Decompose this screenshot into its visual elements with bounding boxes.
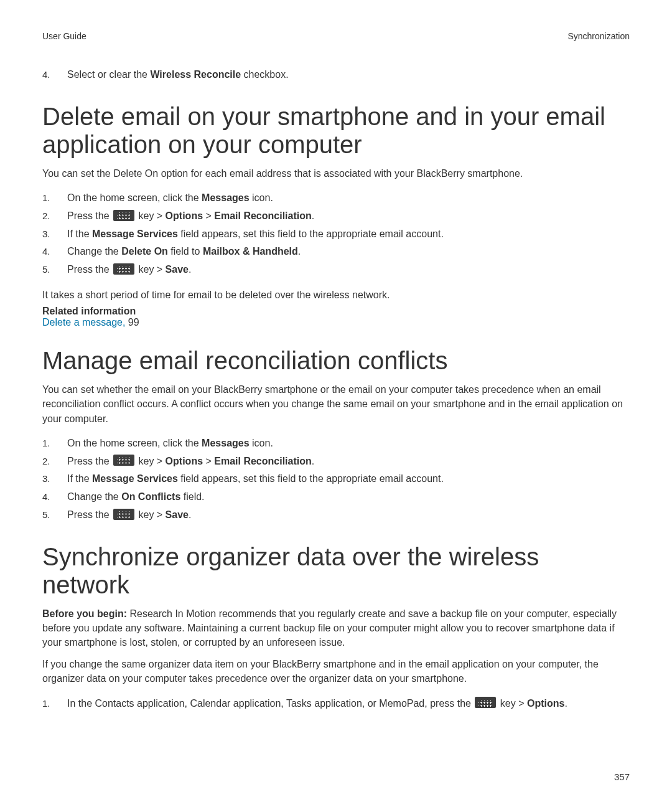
step-text: key > <box>136 456 166 466</box>
step-bold: Options <box>166 210 203 221</box>
related-information-heading: Related information <box>42 306 630 317</box>
step-text: . <box>189 264 191 275</box>
continued-steps: Select or clear the Wireless Reconcile c… <box>42 66 630 84</box>
section-heading-conflicts: Manage email reconciliation conflicts <box>42 347 630 375</box>
step-bold: Email Reconciliation <box>214 456 311 466</box>
step-text: field appears, set this field to the app… <box>178 229 444 239</box>
step-text: field to <box>168 246 203 257</box>
step-item: Select or clear the Wireless Reconcile c… <box>42 66 630 84</box>
step-text: Press the <box>67 456 112 466</box>
blackberry-key-icon <box>113 210 134 221</box>
step-item: On the home screen, click the Messages i… <box>42 435 630 453</box>
step-bold: Messages <box>202 192 250 203</box>
step-bold: On Conflicts <box>121 491 180 502</box>
step-item: Change the Delete On field to Mailbox & … <box>42 243 630 261</box>
step-text: key > <box>136 210 166 221</box>
step-text: Change the <box>67 246 121 257</box>
step-text: Press the <box>67 509 112 520</box>
section3-steps: In the Contacts application, Calendar ap… <box>42 695 630 713</box>
section3-p2: If you change the same organizer data it… <box>42 657 630 686</box>
page-number: 357 <box>614 772 630 782</box>
blackberry-key-icon <box>475 697 496 708</box>
related-page-ref: 99 <box>125 317 139 328</box>
step-bold: Options <box>166 456 203 466</box>
section-heading-sync-organizer: Synchronize organizer data over the wire… <box>42 543 630 599</box>
step-item: Press the key > Save. <box>42 506 630 524</box>
page-container: User Guide Synchronization Select or cle… <box>0 0 672 807</box>
step-item: Press the key > Options > Email Reconcil… <box>42 207 630 225</box>
step-bold: Email Reconciliation <box>214 210 311 221</box>
step-text: field. <box>180 491 204 502</box>
separator: > <box>203 210 214 221</box>
delete-message-link[interactable]: Delete a message, <box>42 317 125 328</box>
step-item: If the Message Services field appears, s… <box>42 470 630 488</box>
section3-p1: Before you begin: Research In Motion rec… <box>42 606 630 650</box>
step-text: Press the <box>67 264 112 275</box>
section1-intro: You can set the Delete On option for eac… <box>42 166 630 181</box>
step-item: In the Contacts application, Calendar ap… <box>42 695 630 713</box>
step-text: . <box>189 509 191 520</box>
step-text: checkbox. <box>241 69 288 80</box>
step-text: . <box>564 698 567 709</box>
step-text: If the <box>67 229 92 239</box>
step-text: . <box>298 246 301 257</box>
step-text: key > <box>136 509 166 520</box>
step-item: If the Message Services field appears, s… <box>42 225 630 243</box>
blackberry-key-icon <box>113 509 134 520</box>
step-bold: Mailbox & Handheld <box>203 246 298 257</box>
step-text: key > <box>136 264 166 275</box>
step-bold: Message Services <box>92 473 178 484</box>
separator: > <box>203 456 214 466</box>
section2-steps: On the home screen, click the Messages i… <box>42 435 630 524</box>
step-item: Change the On Conflicts field. <box>42 488 630 506</box>
step-text: Select or clear the <box>67 69 150 80</box>
step-text: field appears, set this field to the app… <box>178 473 444 484</box>
blackberry-key-icon <box>113 263 134 275</box>
step-text: Change the <box>67 491 121 502</box>
step-text: . <box>312 210 314 221</box>
page-header: User Guide Synchronization <box>42 31 630 41</box>
section3-p1-text: Research In Motion recommends that you r… <box>42 608 617 648</box>
before-begin-label: Before you begin: <box>42 608 127 619</box>
section1-steps: On the home screen, click the Messages i… <box>42 189 630 279</box>
step-text: . <box>312 456 314 466</box>
section-heading-delete-email: Delete email on your smartphone and in y… <box>42 103 630 159</box>
step-bold: Wireless Reconcile <box>150 69 241 80</box>
section2-intro: You can set whether the email on your Bl… <box>42 382 630 426</box>
step-bold: Save <box>166 509 189 520</box>
blackberry-key-icon <box>113 455 134 466</box>
step-bold: Options <box>527 698 564 709</box>
step-bold: Save <box>166 264 189 275</box>
step-bold: Message Services <box>92 229 178 239</box>
section1-outro: It takes a short period of time for emai… <box>42 288 630 302</box>
step-bold: Messages <box>202 438 250 448</box>
step-text: On the home screen, click the <box>67 192 202 203</box>
step-item: Press the key > Save. <box>42 261 630 279</box>
step-bold: Delete On <box>121 246 168 257</box>
step-item: Press the key > Options > Email Reconcil… <box>42 453 630 471</box>
step-text: On the home screen, click the <box>67 438 202 448</box>
step-text: If the <box>67 473 92 484</box>
related-link-row: Delete a message, 99 <box>42 317 630 328</box>
header-left: User Guide <box>42 31 86 41</box>
step-text: In the Contacts application, Calendar ap… <box>67 698 474 709</box>
step-text: icon. <box>250 192 273 203</box>
header-right: Synchronization <box>567 31 630 41</box>
step-text: Press the <box>67 210 112 221</box>
step-text: key > <box>497 698 527 709</box>
step-item: On the home screen, click the Messages i… <box>42 189 630 207</box>
step-text: icon. <box>250 438 273 448</box>
